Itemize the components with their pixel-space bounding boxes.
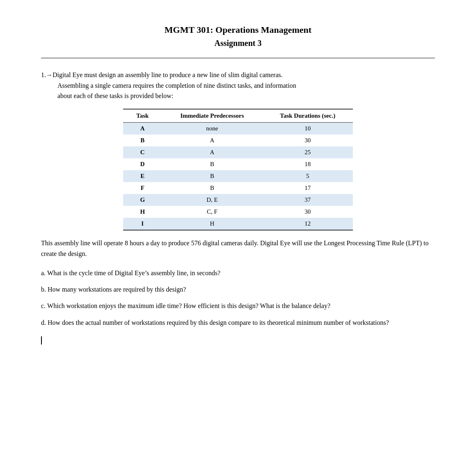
table-cell-8-1: H bbox=[162, 218, 262, 230]
assignment-title: Assignment 3 bbox=[41, 39, 435, 48]
table-cell-7-0: H bbox=[123, 206, 162, 218]
table-cell-8-2: 12 bbox=[262, 218, 353, 230]
table-row: Anone10 bbox=[123, 122, 353, 135]
table-cell-4-1: B bbox=[162, 170, 262, 182]
table-cell-8-0: I bbox=[123, 218, 162, 230]
text-cursor bbox=[41, 336, 42, 345]
table-row: DB18 bbox=[123, 158, 353, 170]
table-cell-4-0: E bbox=[123, 170, 162, 182]
arrow-symbol: → bbox=[46, 71, 53, 78]
table-cell-0-0: A bbox=[123, 122, 162, 135]
question-1-paragraph: This assembly line will operate 8 hours … bbox=[41, 238, 435, 260]
sub-question-b: b.How many workstations are required by … bbox=[41, 284, 435, 295]
table-row: GD, E37 bbox=[123, 194, 353, 206]
sub-question-c: c.Which workstation enjoys the maximum i… bbox=[41, 301, 435, 311]
table-header-predecessors: Immediate Predecessors bbox=[162, 109, 262, 123]
sub-question-a: a.What is the cycle time of Digital Eye’… bbox=[41, 268, 435, 278]
table-cell-3-2: 18 bbox=[262, 158, 353, 170]
table-row: FB17 bbox=[123, 182, 353, 194]
table-cell-5-2: 17 bbox=[262, 182, 353, 194]
table-row: CA25 bbox=[123, 146, 353, 158]
table-cell-7-2: 30 bbox=[262, 206, 353, 218]
table-cell-4-2: 5 bbox=[262, 170, 353, 182]
table-cell-0-2: 10 bbox=[262, 122, 353, 135]
question-1-intro: 1.→Digital Eye must design an assembly l… bbox=[41, 70, 435, 101]
table-cell-3-0: D bbox=[123, 158, 162, 170]
sub-question-label: a. bbox=[41, 269, 46, 276]
sub-questions-list: a.What is the cycle time of Digital Eye’… bbox=[41, 268, 435, 329]
sub-question-text: How many workstations are required by th… bbox=[48, 286, 186, 293]
table-header-durations: Task Durations (sec.) bbox=[262, 109, 353, 123]
sub-question-label: b. bbox=[41, 286, 46, 293]
course-title: MGMT 301: Operations Management bbox=[41, 25, 435, 35]
table-cell-3-1: B bbox=[162, 158, 262, 170]
section-divider bbox=[41, 58, 435, 58]
sub-question-d: d.How does the actual number of workstat… bbox=[41, 317, 435, 328]
question-intro-line2: Assembling a single camera requires the … bbox=[57, 82, 296, 89]
table-header-task: Task bbox=[123, 109, 162, 123]
sub-question-text: How does the actual number of workstatio… bbox=[48, 319, 389, 326]
table-cell-0-1: none bbox=[162, 122, 262, 135]
table-row: BA30 bbox=[123, 135, 353, 146]
table-cell-1-1: A bbox=[162, 135, 262, 146]
sub-question-label: c. bbox=[41, 302, 46, 309]
table-row: IH12 bbox=[123, 218, 353, 230]
question-1: 1.→Digital Eye must design an assembly l… bbox=[41, 70, 435, 328]
task-table: Task Immediate Predecessors Task Duratio… bbox=[123, 109, 353, 230]
sub-question-label: d. bbox=[41, 319, 46, 326]
question-intro-line3: about each of these tasks is provided be… bbox=[57, 92, 173, 99]
table-cell-6-2: 37 bbox=[262, 194, 353, 206]
question-number: 1. bbox=[41, 71, 46, 78]
sub-question-text: What is the cycle time of Digital Eye’s … bbox=[47, 269, 220, 276]
table-cell-1-0: B bbox=[123, 135, 162, 146]
table-cell-2-2: 25 bbox=[262, 146, 353, 158]
table-cell-2-0: C bbox=[123, 146, 162, 158]
table-cell-5-1: B bbox=[162, 182, 262, 194]
table-cell-7-1: C, F bbox=[162, 206, 262, 218]
table-cell-1-2: 30 bbox=[262, 135, 353, 146]
table-row: EB5 bbox=[123, 170, 353, 182]
table-cell-6-1: D, E bbox=[162, 194, 262, 206]
question-intro-line1: Digital Eye must design an assembly line… bbox=[53, 71, 283, 78]
table-cell-6-0: G bbox=[123, 194, 162, 206]
table-cell-2-1: A bbox=[162, 146, 262, 158]
sub-question-text: Which workstation enjoys the maximum idl… bbox=[47, 302, 330, 309]
table-row: HC, F30 bbox=[123, 206, 353, 218]
table-cell-5-0: F bbox=[123, 182, 162, 194]
